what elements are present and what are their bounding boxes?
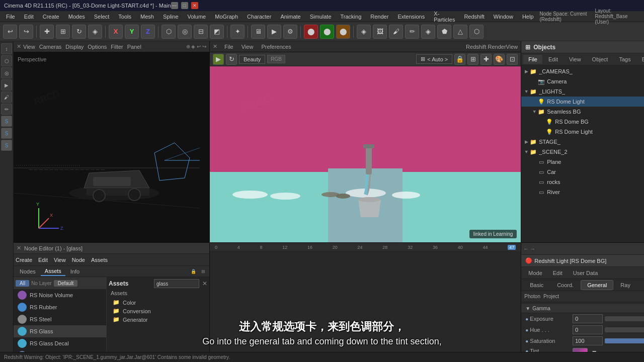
prop-nav-fwd[interactable]: → [530, 246, 535, 252]
sidebar-s2[interactable]: S [1, 128, 12, 139]
tree-stage[interactable]: ▶ 📁 STAGE_ 👁 🔒 [521, 137, 644, 147]
tree-toggle-scene2[interactable]: ▼ [523, 149, 529, 155]
sidebar-sculpt[interactable]: ✏ [1, 104, 12, 115]
tab-object[interactable]: Object [587, 55, 613, 64]
rs-proxy[interactable]: ⬡ [469, 25, 484, 39]
tree-rocks[interactable]: ▭ rocks 👁 🔒 [521, 177, 644, 187]
tree-toggle-cameras[interactable]: ▶ [523, 68, 529, 74]
select-tool[interactable]: ◈ [88, 25, 102, 39]
menu-volume[interactable]: Volume [184, 13, 210, 21]
tree-toggle-stage[interactable]: ▶ [523, 139, 529, 145]
tree-camera[interactable]: 📷 Camera 👁 🔒 [521, 76, 644, 86]
menu-animate[interactable]: Animate [276, 13, 304, 21]
menu-window[interactable]: Window [490, 13, 517, 21]
ne-view-menu[interactable]: View [54, 257, 66, 263]
asset-conversion[interactable]: 📁 Conversion [109, 307, 207, 315]
ne-tab-assets[interactable]: Assets [41, 267, 65, 276]
viewport-menu-filter[interactable]: Filter [111, 44, 123, 50]
prop-subtab-general[interactable]: General [581, 280, 613, 290]
point-mode[interactable]: ◎ [178, 25, 192, 39]
texture-editor[interactable]: 🖼 [373, 25, 387, 39]
rs-tonemapping[interactable]: ⊡ [507, 54, 518, 65]
tree-plane[interactable]: ▭ Plane 👁 [521, 157, 644, 167]
tab-file[interactable]: File [523, 55, 542, 64]
prop-subtab-coord[interactable]: Coord. [550, 280, 580, 290]
menu-redshift[interactable]: Redshift [460, 13, 488, 21]
viewport-menu-display[interactable]: Display [65, 44, 84, 50]
prop-subtab-volume[interactable]: Volume [637, 280, 644, 290]
sidebar-move[interactable]: ↕ [1, 43, 12, 54]
rs-menu-view[interactable]: View [242, 44, 254, 50]
tab-bookmarks[interactable]: Bookmarks [637, 55, 644, 64]
paint-tool[interactable]: 🖌 [389, 25, 403, 39]
tab-view[interactable]: View [564, 55, 586, 64]
tree-rs-dome-light[interactable]: 💡 RS Dome Light 👁 ✕ [521, 97, 644, 107]
y-axis[interactable]: Y [125, 25, 139, 39]
prop-nav-back[interactable]: ← [523, 246, 529, 252]
rs-rgb-toggle[interactable]: RGB [267, 55, 285, 63]
asset-search[interactable] [154, 279, 199, 288]
viewport-menu-cameras[interactable]: Cameras [39, 44, 62, 50]
node-item-steel[interactable]: RS Steel [14, 313, 106, 325]
menu-spline[interactable]: Spline [159, 13, 183, 21]
menu-edit[interactable]: Edit [20, 13, 38, 21]
rs-close[interactable]: ✕ [213, 43, 217, 50]
maximize-button[interactable]: □ [181, 2, 188, 9]
render-settings[interactable]: ⚙ [283, 25, 297, 39]
prop-photon-tab[interactable]: Photon [524, 294, 540, 299]
timeline-tracks[interactable] [210, 252, 521, 362]
menu-tools[interactable]: Tools [114, 13, 135, 21]
ne-assets-menu[interactable]: Assets [91, 257, 108, 263]
filter-default[interactable]: Default [54, 280, 78, 287]
menu-help[interactable]: Help [518, 13, 538, 21]
prop-tab-mode[interactable]: Mode [523, 268, 547, 278]
rs-compare[interactable]: ✚ [480, 54, 492, 65]
add-object[interactable]: ✦ [230, 25, 245, 39]
rs-menu-file[interactable]: File [224, 44, 233, 50]
object-mode[interactable]: ⬡ [162, 25, 176, 39]
ne-lock[interactable]: 🔒 [189, 269, 198, 274]
prop-tab-edit[interactable]: Edit [548, 268, 568, 278]
x-axis[interactable]: X [109, 25, 123, 39]
tab-edit[interactable]: Edit [543, 55, 563, 64]
rotate-tool[interactable]: ↻ [72, 25, 86, 39]
filter-all[interactable]: All [16, 280, 29, 287]
ne-maximize[interactable]: ⊞ [199, 269, 207, 274]
menu-tracking[interactable]: Tracking [337, 13, 366, 21]
filter-no-layer[interactable]: No Layer [31, 281, 52, 286]
ne-edit-menu[interactable]: Edit [38, 257, 48, 263]
rs-render-green[interactable]: ⬤ [320, 25, 334, 39]
tree-river[interactable]: ▭ River 👁 🔒 [521, 187, 644, 197]
render-region[interactable]: ▶ [267, 25, 281, 39]
sidebar-animate[interactable]: ▶ [1, 79, 12, 90]
rs-grid[interactable]: ⊞ [467, 54, 478, 65]
sidebar-select[interactable]: ⬡ [1, 55, 12, 66]
menu-character[interactable]: Character [243, 13, 275, 21]
tab-tags[interactable]: Tags [614, 55, 635, 64]
rs-material[interactable]: ◈ [421, 25, 435, 39]
sculpt-tool[interactable]: ✏ [405, 25, 419, 39]
ne-tab-nodes[interactable]: Nodes [16, 267, 40, 276]
menu-mograph[interactable]: MoGraph [211, 13, 242, 21]
ne-create-menu[interactable]: Create [16, 257, 32, 263]
asset-color[interactable]: 📁 Color [109, 298, 207, 307]
sat-slider[interactable] [605, 338, 644, 343]
sidebar-s1[interactable]: S [1, 116, 12, 127]
tree-seamless-bg[interactable]: ▼ 📁 Seamless BG 👁 🔒 [521, 107, 644, 117]
z-axis[interactable]: Z [141, 25, 155, 39]
poly-mode[interactable]: ◩ [210, 25, 224, 39]
tree-rs-dome-light2[interactable]: 💡 RS Dome Light 👁 ✓ [521, 127, 644, 137]
menu-simulate[interactable]: Simulate [306, 13, 336, 21]
asset-generator[interactable]: 📁 Generator [109, 315, 207, 324]
tree-cameras[interactable]: ▶ 📁 _CAMERAS_ 👁 🔒 [521, 66, 644, 76]
menu-modes[interactable]: Modes [64, 13, 89, 21]
tree-rs-dome-bg[interactable]: 💡 RS Dome BG 👁 ✓ [521, 117, 644, 127]
menu-extensions[interactable]: Extensions [393, 13, 429, 21]
tree-scene-2[interactable]: ▼ 📁 _SCENE_2 👁 🔒 [521, 147, 644, 157]
sidebar-paint[interactable]: 🖌 [1, 92, 12, 103]
prop-project-tab[interactable]: Project [543, 294, 559, 299]
viewport-menu-options[interactable]: Options [88, 44, 107, 50]
viewport-menu-view[interactable]: View [23, 44, 35, 50]
rs-ipr[interactable]: △ [453, 25, 467, 39]
exposure-slider[interactable] [605, 316, 644, 321]
